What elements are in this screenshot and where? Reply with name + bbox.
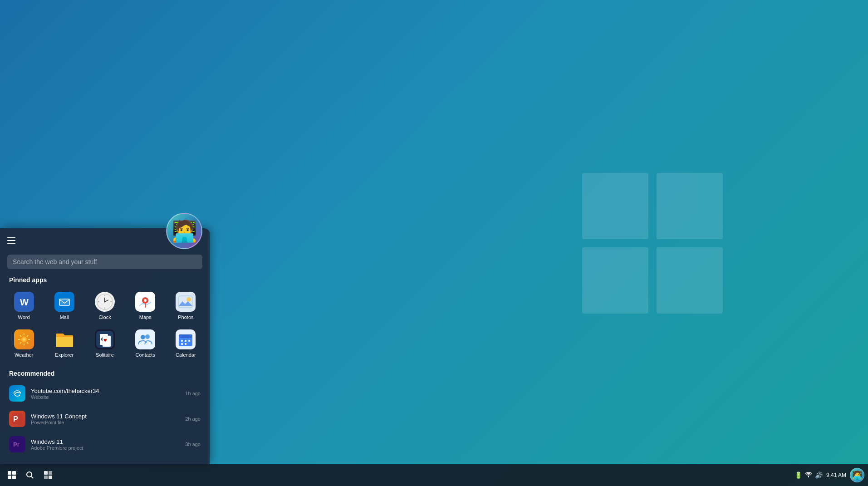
svg-rect-33 bbox=[137, 331, 154, 348]
app-clock[interactable]: Clock bbox=[84, 287, 125, 325]
svg-rect-41 bbox=[188, 340, 190, 342]
svg-text:W: W bbox=[20, 297, 29, 307]
rec-youtube[interactable]: Youtube.com/thehacker34 Website 1h ago bbox=[5, 381, 204, 406]
rec-premiere[interactable]: Pr Windows 11 Adobe Premiere project 3h … bbox=[5, 432, 204, 457]
ppt-info: Windows 11 Concept PowerPoint file bbox=[31, 413, 185, 425]
premiere-info: Windows 11 Adobe Premiere project bbox=[31, 438, 185, 451]
premiere-subtitle: Adobe Premiere project bbox=[31, 445, 185, 451]
edge-icon bbox=[9, 385, 25, 402]
premiere-title: Windows 11 bbox=[31, 438, 185, 445]
ppt-title: Windows 11 Concept bbox=[31, 413, 185, 420]
app-maps[interactable]: Maps bbox=[125, 287, 166, 325]
maps-icon bbox=[135, 292, 155, 312]
avatar-emoji: 🧑‍💻 bbox=[172, 221, 197, 241]
solitaire-icon: ♠ ♥ bbox=[95, 329, 115, 349]
taskbar-right: 🔋 🔊 9:41 AM 🧑‍💻 bbox=[794, 468, 864, 482]
svg-rect-54 bbox=[49, 476, 52, 479]
svg-text:P: P bbox=[13, 415, 18, 423]
clock-icon bbox=[95, 292, 115, 312]
search-input[interactable] bbox=[13, 258, 197, 265]
recommended-title: Recommended bbox=[0, 363, 210, 381]
mail-icon bbox=[54, 292, 74, 312]
svg-point-49 bbox=[27, 472, 32, 477]
youtube-title: Youtube.com/thehacker34 bbox=[31, 388, 185, 394]
calendar-icon bbox=[176, 329, 196, 349]
contacts-icon bbox=[135, 329, 155, 349]
svg-rect-38 bbox=[179, 334, 192, 338]
clock-label: Clock bbox=[98, 314, 111, 320]
svg-point-27 bbox=[21, 336, 27, 343]
svg-rect-42 bbox=[181, 343, 183, 345]
svg-rect-3 bbox=[59, 299, 69, 305]
desktop: 🧑‍💻 Pinned apps W Word bbox=[0, 0, 868, 486]
svg-point-34 bbox=[141, 335, 145, 339]
taskbar-system-icons: 🔋 🔊 bbox=[794, 471, 823, 480]
app-solitaire[interactable]: ♠ ♥ Solitaire bbox=[84, 325, 125, 363]
photos-label: Photos bbox=[178, 314, 193, 320]
svg-text:♥: ♥ bbox=[103, 337, 107, 344]
search-icon bbox=[26, 471, 34, 479]
calendar-label: Calendar bbox=[176, 352, 196, 358]
taskbar: 🔋 🔊 9:41 AM 🧑‍💻 bbox=[0, 464, 868, 486]
wifi-svg bbox=[805, 471, 812, 478]
ppt-time: 2h ago bbox=[185, 416, 201, 422]
svg-line-50 bbox=[31, 476, 34, 479]
app-word[interactable]: W Word bbox=[4, 287, 44, 325]
rec-ppt[interactable]: P Windows 11 Concept PowerPoint file 2h … bbox=[5, 406, 204, 432]
youtube-info: Youtube.com/thehacker34 Website bbox=[31, 388, 185, 400]
svg-point-15 bbox=[144, 299, 147, 302]
start-menu: 🧑‍💻 Pinned apps W Word bbox=[0, 228, 210, 464]
svg-line-24 bbox=[27, 342, 28, 344]
app-photos[interactable]: Photos bbox=[166, 287, 206, 325]
contacts-label: Contacts bbox=[135, 352, 155, 358]
maps-label: Maps bbox=[139, 314, 152, 320]
svg-line-23 bbox=[20, 335, 21, 337]
svg-point-35 bbox=[145, 334, 150, 339]
solitaire-label: Solitaire bbox=[96, 352, 114, 358]
photos-icon bbox=[176, 292, 196, 312]
pinned-apps-grid: W Word Mail bbox=[0, 287, 210, 363]
app-contacts[interactable]: Contacts bbox=[125, 325, 166, 363]
ppt-icon: P bbox=[9, 411, 25, 427]
taskbar-widgets-button[interactable] bbox=[40, 467, 56, 483]
app-calendar[interactable]: Calendar bbox=[166, 325, 206, 363]
svg-text:Pr: Pr bbox=[13, 441, 20, 448]
word-label: Word bbox=[18, 314, 30, 320]
svg-line-25 bbox=[27, 335, 28, 337]
user-avatar[interactable]: 🧑‍💻 bbox=[166, 213, 202, 249]
word-icon: W bbox=[14, 292, 34, 312]
wifi-icon bbox=[805, 471, 812, 480]
taskbar-avatar-emoji: 🧑‍💻 bbox=[852, 470, 862, 480]
taskbar-search-button[interactable] bbox=[22, 467, 38, 483]
widgets-icon bbox=[44, 471, 53, 480]
svg-rect-40 bbox=[185, 340, 186, 342]
battery-icon: 🔋 bbox=[794, 471, 802, 479]
pinned-apps-title: Pinned apps bbox=[0, 269, 210, 287]
svg-line-26 bbox=[20, 342, 21, 344]
time-display: 9:41 AM bbox=[826, 471, 846, 479]
svg-point-17 bbox=[186, 297, 191, 302]
taskbar-avatar[interactable]: 🧑‍💻 bbox=[850, 468, 864, 482]
premiere-time: 3h ago bbox=[185, 442, 201, 447]
svg-rect-39 bbox=[181, 340, 183, 342]
svg-rect-52 bbox=[49, 471, 52, 475]
mail-label: Mail bbox=[60, 314, 69, 320]
svg-rect-53 bbox=[44, 476, 48, 479]
premiere-icon: Pr bbox=[9, 436, 25, 452]
start-button[interactable] bbox=[4, 467, 20, 483]
hamburger-menu-button[interactable] bbox=[7, 237, 15, 244]
svg-rect-43 bbox=[185, 343, 186, 345]
weather-icon bbox=[14, 329, 34, 349]
explorer-icon bbox=[54, 329, 74, 349]
start-icon bbox=[8, 471, 16, 479]
windows-logo-watermark bbox=[582, 173, 723, 314]
weather-label: Weather bbox=[15, 352, 33, 358]
app-explorer[interactable]: Explorer bbox=[44, 325, 84, 363]
youtube-time: 1h ago bbox=[185, 391, 201, 396]
app-mail[interactable]: Mail bbox=[44, 287, 84, 325]
youtube-subtitle: Website bbox=[31, 394, 185, 400]
search-bar[interactable] bbox=[7, 255, 202, 269]
taskbar-time: 9:41 AM bbox=[826, 471, 846, 479]
ppt-subtitle: PowerPoint file bbox=[31, 420, 185, 425]
app-weather[interactable]: Weather bbox=[4, 325, 44, 363]
